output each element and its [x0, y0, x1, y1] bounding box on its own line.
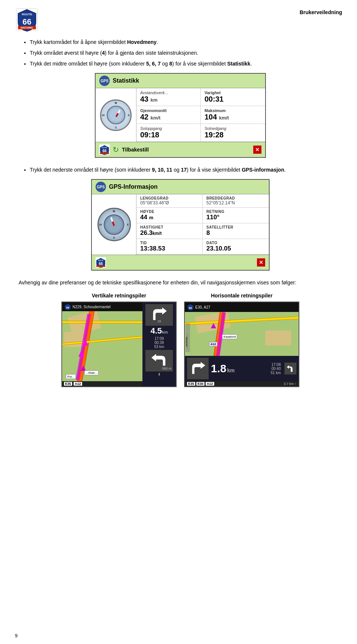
- left-turn-arrow: [150, 353, 168, 368]
- horizontal-nav-title: Horisontale retningspiler: [211, 293, 273, 299]
- svg-rect-9: [100, 153, 109, 154]
- close-button[interactable]: ✕: [253, 146, 261, 154]
- gps-cell-retning: RETNING 110°: [203, 208, 269, 223]
- route66-logo: ROUTE 66 HISTORIC: [15, 7, 39, 32]
- vertical-arrow-bottom: 550 m: [145, 350, 173, 372]
- gps-cell-lengdegrad: LENGDEGRAD 05°08'33.46"Ø: [136, 194, 203, 208]
- svg-text:66: 66: [99, 262, 103, 266]
- horizontal-map-label: Kaaalsnd: [222, 334, 237, 339]
- svg-text:ROUTE: ROUTE: [98, 259, 103, 261]
- bullet-list-1: Trykk kartområdet for å åpne skjermbilde…: [30, 38, 342, 68]
- horizontal-bottom-panel: 1.8km 17:08 00:40 51 km: [185, 356, 299, 381]
- gps-cell-dato: DATO 23.10.05: [203, 239, 269, 255]
- horizontal-map-area: Kaaalsnd A12 ...ommes...: [185, 312, 299, 356]
- map-marker-3: [81, 366, 86, 371]
- svg-text:ROUTE: ROUTE: [102, 147, 107, 149]
- vertical-nav-topbar: 66 N229, Schoudermantel: [62, 302, 142, 311]
- h-time2: 00:40: [271, 367, 281, 371]
- horizontal-road-name: E30, A27: [195, 305, 210, 309]
- h-badge-e30: E30: [196, 382, 205, 386]
- compass-s: S: [115, 126, 117, 129]
- horizontal-nav-topbar: 66 E30, A27: [185, 302, 299, 312]
- stat-title: Statistikk: [113, 77, 139, 84]
- bullet-item-1: Trykk kartområdet for å åpne skjermbilde…: [30, 38, 342, 46]
- vertical-map-area: 66 N229, Schoudermantel: [62, 302, 142, 386]
- compass-w: W: [102, 114, 105, 117]
- horizontal-nav-col: Horisontale retningspiler 66 E30, A27: [184, 293, 299, 387]
- vertical-scroll-icon: ⬇: [158, 372, 161, 376]
- page-number: 9: [15, 633, 17, 638]
- svg-text:ROUTE: ROUTE: [22, 13, 33, 16]
- gps-compass-w: W: [99, 223, 102, 226]
- horizontal-road-badge-a12: A12: [209, 342, 218, 347]
- statistikk-panel: GPS Statistikk N S W E: [95, 73, 266, 158]
- gps-footer-logo: ROUTE 66: [96, 257, 106, 268]
- road-badge-a12: A12: [74, 382, 82, 386]
- vertical-distance: 4.5km: [151, 327, 168, 335]
- gps-compass-e: E: [127, 223, 129, 226]
- right-turn-arrow: 19: [150, 307, 168, 323]
- bullet-item-gps: Trykk det nederste området til høyre (so…: [30, 166, 342, 174]
- refresh-icon: ↻: [113, 145, 119, 154]
- gps-panel-header: GPS GPS-Informasjon: [92, 180, 269, 194]
- horizontal-bottom-dist: 3.7 km ↑: [284, 382, 296, 386]
- vertical-bottom-dist: 550 m: [162, 367, 171, 370]
- vertical-dist2: 53 km: [154, 345, 164, 349]
- stat-cell-varighet: Varighet 00:31: [201, 88, 265, 106]
- horizontal-topbar-logo: 66: [187, 304, 194, 310]
- stat-footer-left: ROUTE 66 ↻ Tilbakestill: [99, 144, 149, 155]
- horizontal-info-rows: 17:08 00:40 51 km: [271, 363, 281, 375]
- svg-text:66: 66: [102, 149, 107, 153]
- gps-panel: GPS GPS-Informasjon N S W E: [91, 179, 270, 271]
- compass-inner: [107, 106, 125, 124]
- h-badge-a12: A12: [206, 382, 214, 386]
- instructions-section: Trykk kartområdet for å åpne skjermbilde…: [19, 38, 342, 387]
- horizontal-main-arrow: [187, 358, 209, 379]
- gps-close-button[interactable]: ✕: [257, 258, 265, 267]
- horizontal-bottom-strip: E35 E30 A12 3.7 km ↑: [185, 381, 299, 386]
- gps-title: GPS-Informasjon: [109, 184, 158, 190]
- horizontal-big-dist: 1.8km: [211, 363, 235, 374]
- h-dist2: 51 km: [271, 371, 281, 375]
- h-street-label: ...ommes...: [185, 334, 188, 349]
- vertical-nav-title: Vertikale retningspiler: [92, 293, 146, 299]
- vertical-topbar-logo: 66: [64, 303, 71, 310]
- vertical-road-label-bottom: Erp...: [66, 374, 76, 379]
- nav-section: Vertikale retningspiler 66 N229, Schoude…: [19, 293, 342, 387]
- stat-body: N S W E Avstandsverk... 43 km: [96, 88, 265, 142]
- stat-compass: N S W E: [96, 88, 136, 142]
- vertical-time2: 00:39: [154, 341, 164, 345]
- bullet-item-2: Trykk området øverst til høyre (4) for å…: [30, 49, 342, 57]
- compass-n: N: [115, 101, 117, 105]
- gps-badge: GPS: [99, 76, 110, 86]
- bullet-item-3: Trykk det midtre området til høyre (som …: [30, 60, 342, 68]
- gps-grid: LENGDEGRAD 05°08'33.46"Ø BREDDEGRAD 52°0…: [136, 194, 269, 255]
- stat-cell-maksimum: Maksimum 104 km/t: [201, 106, 265, 124]
- vertical-road-name: N229, Schoudermantel: [73, 305, 110, 309]
- tilbakestill-button[interactable]: Tilbakestill: [122, 147, 149, 153]
- h-small-left-arrow: [286, 364, 295, 373]
- svg-text:66: 66: [66, 306, 70, 309]
- compass-e: E: [128, 114, 130, 117]
- gps-compass-outer: N S W E: [97, 208, 131, 241]
- svg-text:66: 66: [189, 306, 192, 310]
- vertical-road-label-2: ...tNab...: [84, 370, 99, 375]
- gps-footer: ROUTE 66 ✕: [92, 255, 269, 270]
- gps-compass-needle: [110, 217, 115, 226]
- horizontal-small-arrow: [284, 363, 296, 374]
- compass-needle: [115, 109, 120, 117]
- vertical-right-panel: 19 4.5km 17:09 00:39 53 km: [142, 302, 176, 386]
- gps-icon-badge: GPS: [96, 182, 106, 192]
- gps-compass-inner: [104, 214, 124, 235]
- stat-footer-logo: ROUTE 66: [99, 144, 110, 155]
- stat-cell-soloppgang: Soloppgang 09:18: [136, 124, 201, 142]
- horizontal-nav-screenshot: 66 E30, A27: [184, 302, 299, 387]
- gps-compass-n: N: [113, 210, 115, 213]
- nav-columns: Vertikale retningspiler 66 N229, Schoude…: [19, 293, 342, 387]
- map-marker-1: [83, 339, 88, 345]
- horizontal-dist-col: 1.8km: [211, 363, 235, 374]
- stat-panel-header: GPS Statistikk: [96, 74, 265, 88]
- vertical-arrow-top: 19: [145, 304, 173, 326]
- gps-compass-s: S: [113, 236, 115, 239]
- svg-text:19: 19: [157, 320, 161, 323]
